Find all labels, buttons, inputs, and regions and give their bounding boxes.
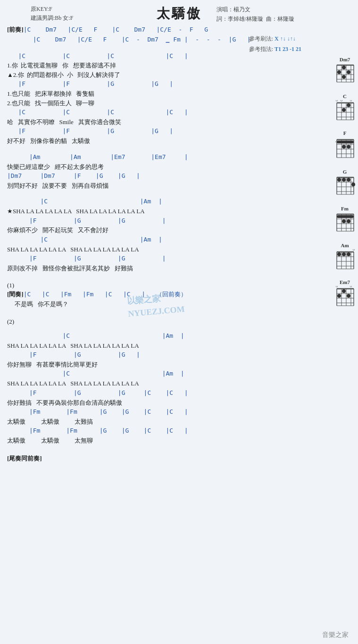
chord-c: C o o o: [334, 93, 356, 121]
header: 原KEY:F 建議男調:Bb 女:F 太驕傲 演唱：楊乃文 詞：李焯雄/林隆璇 …: [7, 5, 351, 23]
outro-section: [尾奏同前奏]: [7, 454, 308, 463]
lyric-verse1-1: 1.你 比電視還無聊 你 想要逃卻逃不掉: [7, 61, 308, 70]
lyric-verse2-2: 2.也只能 找一個陌生人 聊一聊: [7, 99, 308, 108]
chorus1-lyric2: 你麻煩不少 開不起玩笑 又不會討好: [7, 226, 308, 235]
svg-point-53: [337, 178, 341, 182]
chorus1-section: |C |Am | ★SHA LA LA LA LA LA SHA LA LA L…: [7, 197, 308, 273]
lyricist-label: 詞：: [216, 16, 228, 22]
svg-point-28: [347, 103, 350, 107]
svg-text:o: o: [350, 286, 352, 288]
prechorus-lyric2: 別問好不好 說要不要 別再自尋煩惱: [7, 181, 308, 191]
svg-point-54: [342, 178, 346, 182]
strum-label: 參考刷法:: [249, 35, 273, 42]
chord-dm7: Dm7: [334, 57, 356, 84]
section2: (2): [7, 317, 308, 326]
svg-point-81: [337, 252, 341, 256]
suggested-key: 建議男調:Bb 女:F: [31, 14, 73, 23]
svg-text:o: o: [336, 100, 338, 102]
artist-info: 演唱：楊乃文 詞：李焯雄/林隆璇 曲：林隆璇: [216, 5, 294, 24]
page: 原KEY:F 建議男調:Bb 女:F 太驕傲 演唱：楊乃文 詞：李焯雄/林隆璇 …: [0, 0, 358, 644]
performer-line: 演唱：楊乃文: [216, 5, 294, 14]
interlude-marker: (1): [7, 281, 308, 290]
finger-label: 參考指法:: [249, 46, 273, 52]
original-key: 原KEY:F: [31, 5, 73, 14]
svg-text:o: o: [350, 100, 352, 102]
interlude-line1: [間奏]|C |C |Fm |Fm |C |C | （回前奏）: [7, 290, 308, 300]
prechorus-section: |Am |Am |Em7 |Em7 | 快樂已經這麼少 經不起太多的思考 |Dm…: [7, 152, 308, 191]
svg-rect-40: [337, 141, 354, 143]
lyric-verse2-1: 1.也只能 把床單都換掉 養隻貓: [7, 89, 308, 99]
verse-section: |C |C |C |C | 1.你 比電視還無聊 你 想要逃卻逃不掉 ▲2.你 …: [7, 51, 308, 146]
svg-point-41: [342, 145, 346, 149]
chord-diagrams: Dm7 C: [334, 57, 356, 310]
lyric-verse1-2: ▲2.你 的問題都很小 小 到沒人解決得了: [7, 70, 308, 80]
svg-point-97: [342, 289, 346, 293]
svg-point-68: [342, 219, 346, 223]
outro-label: [尾奏同前奏]: [7, 454, 308, 463]
chord-am: Am o: [334, 243, 356, 270]
lyric-verse3: 哈 其實你不明瞭 Smile 其實你適合微笑: [7, 117, 308, 127]
section2-marker: (2): [7, 317, 308, 326]
verse-chord2: |F |F |G |G |: [7, 79, 308, 89]
chorus2-chord6: |Fm |Fm |G |G |C |C |: [7, 426, 308, 436]
svg-text:o: o: [353, 249, 355, 251]
prechorus-lyric1: 快樂已經這麼少 經不起太多的思考: [7, 162, 308, 172]
footer-text: 音樂之家: [322, 631, 349, 638]
lyricist: 李焯雄/林隆璇: [228, 16, 263, 22]
svg-point-10: [342, 66, 346, 69]
svg-point-56: [351, 183, 355, 186]
strum-ref: 參考刷法: X ↑↓ ↓↑↓: [249, 34, 301, 44]
finger-ref: 參考指法: T1 23 -1 21: [249, 44, 301, 55]
svg-point-12: [337, 70, 341, 74]
verse-chord3: |C |C |C |C |: [7, 108, 308, 117]
chorus1-chord4: |F |G |G |: [7, 254, 308, 264]
svg-text:o: o: [341, 100, 342, 102]
svg-point-42: [347, 145, 350, 149]
interlude-lyric: 不是嗎 你不是嗎？: [7, 300, 308, 309]
chorus1-chord1: |C |Am |: [7, 197, 308, 207]
composer: 林隆璇: [277, 16, 294, 22]
chorus1-chord3: |C |Am |: [7, 235, 308, 245]
interlude-section: (1) [間奏]|C |C |Fm |Fm |C |C | （回前奏） 不是嗎 …: [7, 281, 308, 309]
chorus2-lyric6: 太驕傲 太驕傲 太無聊: [7, 436, 308, 445]
credits-line: 詞：李焯雄/林隆璇 曲：林隆璇: [216, 14, 294, 24]
chorus1-lyric3: SHA LA LA LA LA LA SHA LA LA LA LA LA LA: [7, 245, 308, 254]
chorus2-lyric2: 你好無聊 有甚麼事情比簡單更好: [7, 360, 308, 369]
svg-point-98: [347, 294, 350, 298]
chorus1-lyric1: ★SHA LA LA LA LA LA SHA LA LA LA LA LA L…: [7, 207, 308, 216]
svg-point-82: [342, 252, 346, 256]
strum-value: X ↑↓ ↓↑↓: [275, 35, 296, 42]
composer-label: 曲：: [266, 16, 277, 22]
chord-fm: Fm: [334, 206, 356, 233]
chorus2-chord4: |F |G |G |C |C |: [7, 388, 308, 398]
chord-g: G: [334, 169, 356, 196]
main-content: [前奏]|C Dm7 |C/E F |C Dm7 |C/E - F G |C D…: [7, 25, 308, 463]
chorus2-lyric5: 太驕傲 太驕傲 太難搞: [7, 417, 308, 427]
chorus2-lyric4: 你好難搞 不要再偽裝你那自命清高的驕傲: [7, 398, 308, 408]
svg-point-96: [337, 294, 341, 298]
chorus1-chord2: |F |G |G |: [7, 216, 308, 226]
svg-point-55: [347, 178, 350, 182]
chorus2-chord3: |C |Am |: [7, 369, 308, 379]
finger-value: T1 23 -1 21: [275, 46, 301, 52]
svg-point-83: [347, 252, 350, 256]
performer: 楊乃文: [233, 6, 250, 13]
chorus2-chord2: |F |G |G |: [7, 350, 308, 360]
svg-rect-67: [337, 215, 354, 218]
chorus2-chord5: |Fm |Fm |G |G |C |C |: [7, 407, 308, 417]
svg-point-27: [342, 108, 346, 112]
chorus2-chord1: |C |Am |: [7, 331, 308, 341]
prechorus-chord1: |Am |Am |Em7 |Em7 |: [7, 152, 308, 162]
lyric-verse4: 好不好 別像你養的貓 太驕傲: [7, 136, 308, 146]
chorus1-lyric4: 原則改不掉 難怪你會被批評莫名其妙 好難搞: [7, 264, 308, 273]
verse-chord4: |F |F |G |G |: [7, 126, 308, 136]
chord-f: F o: [334, 130, 356, 159]
chorus2-section: |C |Am | SHA LA LA LA LA LA SHA LA LA LA…: [7, 331, 308, 445]
footer-logo: 音樂之家: [322, 631, 349, 639]
chorus2-lyric1: SHA LA LA LA LA LA SHA LA LA LA LA LA LA: [7, 341, 308, 351]
performer-label: 演唱：: [216, 6, 233, 13]
chord-em7: Em7 o o: [334, 279, 356, 307]
svg-point-11: [347, 70, 350, 74]
key-info: 原KEY:F 建議男調:Bb 女:F: [31, 5, 73, 23]
reference-info: 參考刷法: X ↑↓ ↓↑↓ 參考指法: T1 23 -1 21: [249, 34, 301, 54]
